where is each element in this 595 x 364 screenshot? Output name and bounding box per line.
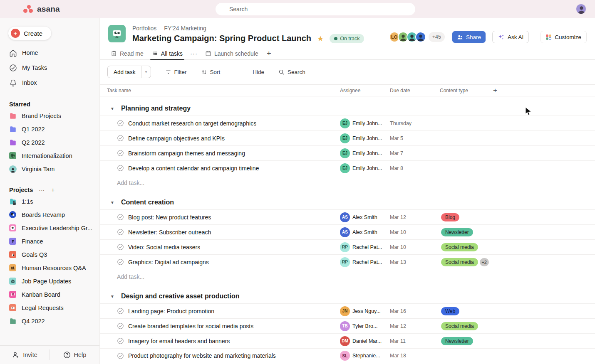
due-date[interactable]: Mar 12	[385, 214, 435, 220]
breadcrumb-portfolios[interactable]: Portfolios	[132, 25, 156, 32]
due-date[interactable]: Thursday	[385, 121, 435, 126]
tab-read-me[interactable]: Read me	[107, 47, 147, 59]
projects-add-icon[interactable]: +	[51, 187, 55, 193]
projects-more-icon[interactable]: ···	[39, 187, 45, 193]
task-check-icon[interactable]	[117, 337, 124, 344]
add-tab-icon[interactable]: +	[263, 49, 275, 58]
chevron-down-icon[interactable]: ▾	[141, 66, 151, 78]
hide-button[interactable]: Hide	[253, 69, 264, 75]
task-check-icon[interactable]	[117, 165, 124, 172]
add-column-icon[interactable]: +	[489, 86, 595, 95]
content-type-tag[interactable]: Web	[441, 307, 459, 315]
search-input[interactable]: Search	[216, 3, 415, 15]
task-check-icon[interactable]	[117, 307, 124, 315]
table-row[interactable]: Define campaign objectives and KPIs EJEm…	[100, 130, 595, 145]
sidebar-item-my-tasks[interactable]: My Tasks	[0, 60, 99, 75]
sidebar-item-virginia-tam[interactable]: Virginia Tam	[0, 162, 99, 176]
task-name[interactable]: Define campaign objectives and KPIs	[128, 135, 225, 142]
sidebar-item-kanban-board[interactable]: Kanban Board	[0, 288, 99, 301]
create-button[interactable]: + Create	[8, 27, 51, 40]
sidebar-item-internationalization[interactable]: Internationalization	[0, 149, 99, 162]
task-check-icon[interactable]	[117, 322, 124, 330]
star-icon[interactable]: ★	[317, 35, 324, 42]
due-date[interactable]: Mar 11	[385, 338, 435, 344]
due-date[interactable]: Mar 10	[385, 229, 435, 235]
customize-button[interactable]: Customize	[540, 31, 587, 43]
sidebar-item-q1-2022[interactable]: Q1 2022	[0, 123, 99, 136]
sidebar-item-human-resources[interactable]: Human Resources Q&A	[0, 261, 99, 275]
task-check-icon[interactable]	[117, 243, 124, 251]
task-check-icon[interactable]	[117, 214, 124, 221]
task-name[interactable]: Graphics: Digital ad campaigns	[128, 259, 209, 266]
task-check-icon[interactable]	[117, 135, 124, 142]
task-name[interactable]: Conduct market research on target demogr…	[128, 120, 256, 127]
task-name[interactable]: Imagery for email headers and banners	[128, 338, 230, 344]
due-date[interactable]: Mar 8	[385, 165, 435, 171]
ask-ai-button[interactable]: Ask AI	[492, 31, 529, 43]
asana-logo[interactable]: asana	[23, 5, 60, 14]
column-due-date[interactable]: Due date	[385, 88, 435, 93]
tab-all-tasks[interactable]: All tasks	[149, 47, 186, 59]
project-icon[interactable]	[108, 25, 126, 42]
table-row[interactable]: Blog post: New product features ASAlex S…	[100, 209, 595, 224]
sidebar-item-inbox[interactable]: Inbox	[0, 75, 99, 90]
table-row[interactable]: Create branded templates for social medi…	[100, 318, 595, 333]
tab-launch-schedule[interactable]: Launch schedule	[202, 47, 262, 59]
task-check-icon[interactable]	[117, 150, 124, 157]
breadcrumb-portfolio-name[interactable]: FY'24 Marketing	[164, 25, 206, 32]
share-button[interactable]: Share	[452, 31, 486, 43]
column-content-type[interactable]: Content type	[435, 88, 489, 93]
sidebar-item-home[interactable]: Home	[0, 45, 99, 60]
column-assignee[interactable]: Assignee	[335, 88, 385, 93]
table-row[interactable]: Imagery for email headers and banners DM…	[100, 333, 595, 348]
help-button[interactable]: Help	[50, 351, 99, 359]
due-date[interactable]: Mar 7	[385, 150, 435, 156]
invite-button[interactable]: Invite	[0, 351, 50, 359]
search-tasks-button[interactable]: Search	[278, 69, 305, 75]
sidebar-item-boards-revamp[interactable]: Boards Revamp	[0, 208, 99, 221]
task-name[interactable]: Landing page: Product promotion	[128, 308, 214, 315]
task-name[interactable]: Brainstorm campaign themes and messaging	[128, 150, 245, 157]
section-header[interactable]: ▼ Content creation	[100, 195, 595, 209]
column-task-name[interactable]: Task name	[100, 88, 335, 93]
filter-button[interactable]: Filter	[165, 69, 187, 75]
due-date[interactable]: Mar 5	[385, 135, 435, 141]
user-avatar[interactable]	[576, 4, 586, 14]
collapse-caret-icon[interactable]: ▼	[110, 200, 114, 205]
collapse-caret-icon[interactable]: ▼	[110, 294, 114, 299]
task-check-icon[interactable]	[117, 229, 124, 236]
task-name[interactable]: Create branded templates for social medi…	[128, 323, 253, 330]
table-row[interactable]: Landing page: Product promotion JNJess N…	[100, 303, 595, 318]
table-row[interactable]: Develop a content calendar and campaign …	[100, 160, 595, 175]
due-date[interactable]: Mar 12	[385, 323, 435, 329]
table-row[interactable]: Newsletter: Subscriber outreach ASAlex S…	[100, 224, 595, 239]
section-header[interactable]: ▼ Planning and strategy	[100, 101, 595, 116]
content-type-tag[interactable]: Newsletter	[441, 228, 473, 236]
task-name[interactable]: Blog post: New product features	[128, 214, 211, 221]
content-type-tag[interactable]: Newsletter	[441, 337, 473, 345]
sidebar-item-q2-2022[interactable]: Q2 2022	[0, 136, 99, 149]
task-check-icon[interactable]	[117, 120, 124, 127]
content-type-tag[interactable]: Social media	[441, 243, 478, 251]
table-row[interactable]: Video: Social media teasers RPRachel Pat…	[100, 239, 595, 254]
sort-button[interactable]: Sort	[201, 69, 221, 75]
table-row[interactable]: Conduct market research on target demogr…	[100, 116, 595, 130]
task-check-icon[interactable]	[117, 258, 124, 266]
add-task-row[interactable]: Add task...	[100, 269, 595, 284]
task-name[interactable]: Video: Social media teasers	[128, 244, 200, 251]
due-date[interactable]: Mar 16	[385, 308, 435, 314]
member-avatars[interactable]: LO	[389, 32, 426, 42]
task-name[interactable]: Newsletter: Subscriber outreach	[128, 229, 211, 236]
add-task-button[interactable]: Add task ▾	[107, 66, 151, 78]
sidebar-item-1-1s[interactable]: 1:1s	[0, 195, 99, 208]
collapse-caret-icon[interactable]: ▼	[110, 106, 114, 111]
sidebar-item-q4-2022[interactable]: Q4 2022	[0, 315, 99, 328]
due-date[interactable]: Mar 13	[385, 259, 435, 265]
more-members-count[interactable]: +45	[429, 32, 445, 42]
due-date[interactable]: Mar 10	[385, 244, 435, 250]
sidebar-item-goals-q3[interactable]: Goals Q3	[0, 248, 99, 261]
task-name[interactable]: Develop a content calendar and campaign …	[128, 165, 259, 172]
sidebar-item-brand-projects[interactable]: Brand Projects	[0, 109, 99, 123]
add-task-row[interactable]: Add task...	[100, 175, 595, 190]
sidebar-item-executive-leadership[interactable]: ★ Executive Leadership Gr...	[0, 221, 99, 235]
